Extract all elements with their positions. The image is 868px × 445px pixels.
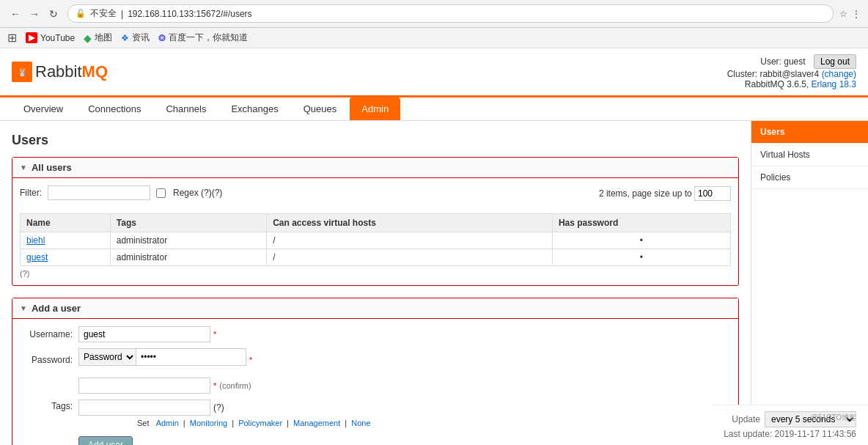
col-tags: Tags bbox=[110, 214, 266, 232]
confirm-row: * (confirm) bbox=[20, 378, 731, 394]
password-input-group: Password Hash bbox=[78, 348, 246, 366]
all-users-section: ▼ All users Filter: Regex (?)(?) 2 items… bbox=[12, 157, 739, 286]
filter-row: Filter: Regex (?)(?) bbox=[20, 185, 222, 200]
user-name-cell: guest bbox=[21, 249, 111, 266]
forward-button[interactable]: → bbox=[26, 6, 43, 22]
address-text: | bbox=[121, 9, 123, 19]
last-update-label: Last update: bbox=[724, 429, 772, 439]
user-name-cell: biehl bbox=[21, 232, 111, 249]
bookmark-icon[interactable]: ☆ bbox=[839, 9, 847, 19]
address-bar[interactable]: 🔓 不安全 | 192.168.110.133:15672/#/users bbox=[67, 4, 834, 23]
tags-none-link[interactable]: None bbox=[351, 419, 370, 427]
sidebar-item-users[interactable]: Users bbox=[751, 121, 868, 144]
tags-label: Tags: bbox=[20, 400, 78, 411]
sidebar-item-label: Virtual Hosts bbox=[760, 150, 810, 160]
tags-policymaker-link[interactable]: Policymaker bbox=[238, 419, 282, 427]
add-user-section: ▼ Add a user Username: * Password: bbox=[12, 298, 739, 445]
all-users-header[interactable]: ▼ All users bbox=[12, 158, 738, 178]
tags-monitoring-link[interactable]: Monitoring bbox=[190, 419, 227, 427]
tags-input[interactable] bbox=[78, 400, 210, 416]
tab-connections[interactable]: Connections bbox=[76, 98, 152, 120]
nav-buttons: ← → ↻ bbox=[7, 6, 62, 22]
tab-exchanges[interactable]: Exchanges bbox=[219, 98, 290, 120]
user-name: guest bbox=[784, 56, 805, 67]
refresh-button[interactable]: ↻ bbox=[45, 6, 62, 22]
news-label: 资讯 bbox=[132, 32, 150, 44]
rabbitmq-version: 3.6.5 bbox=[787, 79, 806, 89]
nav-tabs: Overview Connections Channels Exchanges … bbox=[0, 98, 868, 121]
sidebar-item-virtual-hosts[interactable]: Virtual Hosts bbox=[751, 144, 868, 166]
tags-links: Set Admin | Monitoring | Policymaker | M… bbox=[137, 419, 373, 427]
add-user-title: Add a user bbox=[32, 303, 81, 314]
security-icon: 🔓 bbox=[76, 9, 86, 18]
tags-help: (?) bbox=[213, 402, 224, 413]
tab-queues[interactable]: Queues bbox=[292, 98, 349, 120]
tab-admin[interactable]: Admin bbox=[350, 98, 400, 120]
cluster-label: Cluster: bbox=[727, 69, 757, 79]
username-row: Username: * bbox=[20, 326, 731, 342]
add-user-button[interactable]: Add user bbox=[78, 436, 133, 445]
user-tags-cell: administrator bbox=[110, 249, 266, 266]
add-user-header[interactable]: ▼ Add a user bbox=[12, 298, 738, 319]
update-bar: Update every 5 secondsevery 10 secondsev… bbox=[712, 405, 868, 445]
password-required: * bbox=[249, 356, 252, 364]
regex-checkbox[interactable] bbox=[156, 188, 166, 198]
tags-admin-link[interactable]: Admin bbox=[156, 419, 179, 427]
user-tags-cell: administrator bbox=[110, 232, 266, 249]
username-required: * bbox=[213, 330, 216, 339]
rabbitmq-app: 🐰 RabbitMQ. User: guest Log out Cluster:… bbox=[0, 48, 868, 445]
add-toggle-icon: ▼ bbox=[20, 304, 27, 312]
sidebar-item-policies[interactable]: Policies bbox=[751, 166, 868, 189]
maps-icon: ◆ bbox=[84, 32, 92, 44]
browser-action-icons: ☆ ⋮ bbox=[839, 9, 861, 19]
username-label: Username: bbox=[20, 329, 78, 339]
erlang-version-link[interactable]: Erlang 18.3 bbox=[812, 79, 856, 89]
logo-text: RabbitMQ. bbox=[35, 62, 110, 81]
page-size-label: 2 items, page size up to bbox=[599, 188, 692, 199]
protocol-label: 不安全 bbox=[90, 7, 117, 20]
youtube-bookmark[interactable]: ▶ YouTube bbox=[26, 32, 75, 43]
logo-mq: MQ bbox=[82, 62, 108, 81]
sidebar-item-label: Policies bbox=[760, 172, 790, 183]
news-bookmark[interactable]: ❖ 资讯 bbox=[121, 32, 150, 44]
page-size-row: 2 items, page size up to bbox=[599, 186, 731, 201]
content-area: Users ▼ All users Filter: Regex (?)(?) bbox=[0, 121, 751, 445]
sidebar-item-label: Users bbox=[760, 127, 784, 137]
tags-row: Tags: (?) Set Admin | Monitoring | Polic… bbox=[20, 400, 731, 427]
table-row[interactable]: biehl administrator / • bbox=[21, 232, 731, 249]
confirm-input[interactable] bbox=[78, 378, 210, 394]
main-content: Users ▼ All users Filter: Regex (?)(?) bbox=[0, 121, 868, 445]
all-users-content: Filter: Regex (?)(?) 2 items, page size … bbox=[12, 178, 738, 285]
password-label: Password: bbox=[20, 355, 78, 365]
last-update-row: Last update: 2019-11-17 11:43:56 bbox=[724, 429, 856, 439]
confirm-required: * bbox=[213, 381, 216, 390]
news-icon: ❖ bbox=[121, 33, 129, 43]
cluster-value: rabbit@slaver4 bbox=[760, 69, 819, 79]
user-vhosts-cell: / bbox=[267, 232, 553, 249]
password-row: Password: Password Hash * bbox=[20, 348, 731, 372]
update-label: Update bbox=[732, 414, 760, 424]
table-row[interactable]: guest administrator / • bbox=[21, 249, 731, 266]
username-input[interactable] bbox=[78, 326, 210, 342]
menu-icon[interactable]: ⋮ bbox=[852, 9, 861, 19]
baidu-bookmark[interactable]: ❂ 百度一下，你就知道 bbox=[158, 32, 248, 44]
tab-overview[interactable]: Overview bbox=[12, 98, 75, 120]
logout-button[interactable]: Log out bbox=[814, 54, 856, 69]
tab-channels[interactable]: Channels bbox=[154, 98, 218, 120]
apps-bookmark[interactable]: ⊞ bbox=[7, 31, 17, 45]
page-size-input[interactable] bbox=[694, 186, 731, 201]
change-cluster-link[interactable]: (change) bbox=[822, 69, 856, 79]
tags-group: (?) Set Admin | Monitoring | Policymaker… bbox=[78, 400, 373, 427]
bookmarks-bar: ⊞ ▶ YouTube ◆ 地图 ❖ 资讯 ❂ 百度一下，你就知道 bbox=[0, 28, 868, 48]
maps-bookmark[interactable]: ◆ 地图 bbox=[84, 32, 112, 44]
table-footer-note: (?) bbox=[20, 269, 731, 278]
password-input[interactable] bbox=[136, 348, 246, 366]
back-button[interactable]: ← bbox=[7, 6, 23, 22]
users-table: Name Tags Can access virtual hosts Has p… bbox=[20, 213, 731, 266]
tags-management-link[interactable]: Management bbox=[293, 419, 340, 427]
logo-icon: 🐰 bbox=[12, 62, 32, 82]
filter-label: Filter: bbox=[20, 188, 42, 198]
add-user-content: Username: * Password: Password Hash bbox=[12, 319, 738, 445]
filter-input[interactable] bbox=[48, 185, 150, 200]
password-type-select[interactable]: Password Hash bbox=[78, 348, 136, 366]
